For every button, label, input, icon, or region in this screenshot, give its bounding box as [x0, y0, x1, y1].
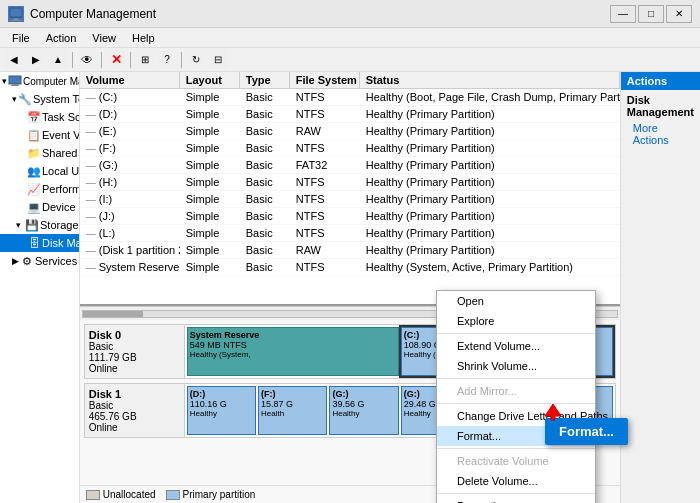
cell-type: Basic: [240, 141, 290, 155]
list-row[interactable]: — (I:) Simple Basic NTFS Healthy (Primar…: [80, 191, 620, 208]
list-area: Volume Layout Type File System Status — …: [80, 72, 620, 306]
up-button[interactable]: ▲: [48, 50, 68, 70]
cell-fs: NTFS: [290, 141, 360, 155]
minimize-button[interactable]: —: [610, 5, 636, 23]
col-status[interactable]: Status: [360, 72, 620, 88]
list-row[interactable]: — (L:) Simple Basic NTFS Healthy (Primar…: [80, 225, 620, 242]
sidebar-item-services[interactable]: ▶ ⚙ Services and Applications: [0, 252, 79, 270]
ctx-delete[interactable]: Delete Volume...: [437, 471, 595, 491]
cell-type: Basic: [240, 90, 290, 104]
menu-file[interactable]: File: [4, 30, 38, 46]
cell-layout: Simple: [180, 90, 240, 104]
back-button[interactable]: ◀: [4, 50, 24, 70]
export-button[interactable]: ⊟: [208, 50, 228, 70]
properties-button[interactable]: ⊞: [135, 50, 155, 70]
computer-icon: [7, 73, 23, 89]
close-button[interactable]: ✕: [666, 5, 692, 23]
list-row[interactable]: — (C:) Simple Basic NTFS Healthy (Boot, …: [80, 89, 620, 106]
col-fs[interactable]: File System: [290, 72, 360, 88]
cell-type: Basic: [240, 158, 290, 172]
cell-status: Healthy (Primary Partition): [360, 192, 620, 206]
cell-layout: Simple: [180, 124, 240, 138]
cell-volume: — (D:): [80, 107, 180, 121]
list-row[interactable]: — (J:) Simple Basic NTFS Healthy (Primar…: [80, 208, 620, 225]
sidebar-label-shared: Shared Folders: [42, 147, 80, 159]
list-row[interactable]: — (G:) Simple Basic FAT32 Healthy (Prima…: [80, 157, 620, 174]
disk-partition[interactable]: System Reserve549 MB NTFSHealthy (System…: [187, 327, 399, 376]
window-controls[interactable]: — □ ✕: [610, 5, 692, 23]
sidebar-label-users: Local Users and Groups: [42, 165, 80, 177]
sidebar-item-system-tools[interactable]: ▾ 🔧 System Tools: [0, 90, 79, 108]
sidebar-item-task-scheduler[interactable]: 📅 Task Scheduler: [0, 108, 79, 126]
disk-partition[interactable]: (D:)110.16 GHealthy: [187, 386, 256, 435]
users-icon: 👥: [26, 163, 42, 179]
sidebar-label-event: Event Viewer: [42, 129, 80, 141]
ctx-open[interactable]: Open: [437, 291, 595, 311]
ctx-sep-3: [437, 403, 595, 404]
ctx-explore[interactable]: Explore: [437, 311, 595, 331]
storage-expand[interactable]: ▾: [12, 220, 24, 230]
legend-unallocated: Unallocated: [86, 489, 156, 500]
cell-status: Healthy (Primary Partition): [360, 209, 620, 223]
storage-icon: 💾: [24, 217, 40, 233]
delete-button[interactable]: ✕: [106, 50, 126, 70]
disk-partition[interactable]: (G:)39.56 GHealthy: [329, 386, 398, 435]
sidebar: ▾ Computer Management (Local ▾ 🔧 System …: [0, 72, 80, 503]
cell-fs: NTFS: [290, 209, 360, 223]
col-layout[interactable]: Layout: [180, 72, 240, 88]
services-expand[interactable]: ▶: [12, 256, 19, 266]
ctx-sep-1: [437, 333, 595, 334]
sidebar-item-performance[interactable]: 📈 Performance: [0, 180, 79, 198]
help-button[interactable]: ?: [157, 50, 177, 70]
cell-status: Healthy (Primary Partition): [360, 107, 620, 121]
sidebar-item-local-users[interactable]: 👥 Local Users and Groups: [0, 162, 79, 180]
cell-volume: — (E:): [80, 124, 180, 138]
col-volume[interactable]: Volume: [80, 72, 180, 88]
legend-primary: Primary partition: [166, 489, 256, 500]
list-row[interactable]: — (F:) Simple Basic NTFS Healthy (Primar…: [80, 140, 620, 157]
ctx-sep-5: [437, 493, 595, 494]
more-actions-link[interactable]: More Actions: [621, 120, 700, 148]
menu-view[interactable]: View: [84, 30, 124, 46]
event-icon: 📋: [26, 127, 42, 143]
sidebar-item-shared-folders[interactable]: 📁 Shared Folders: [0, 144, 79, 162]
sidebar-item-device-manager[interactable]: 💻 Device Manager: [0, 198, 79, 216]
list-body: — (C:) Simple Basic NTFS Healthy (Boot, …: [80, 89, 620, 299]
sidebar-label-device: Device Manager: [42, 201, 80, 213]
shared-icon: 📁: [26, 145, 42, 161]
list-row[interactable]: — (E:) Simple Basic RAW Healthy (Primary…: [80, 123, 620, 140]
maximize-button[interactable]: □: [638, 5, 664, 23]
sidebar-item-computer-management[interactable]: ▾ Computer Management (Local: [0, 72, 79, 90]
sidebar-item-disk-management[interactable]: 🗄 Disk Management: [0, 234, 79, 252]
svg-rect-1: [10, 17, 22, 18]
list-row[interactable]: — (D:) Simple Basic NTFS Healthy (Primar…: [80, 106, 620, 123]
primary-color: [166, 490, 180, 500]
list-row[interactable]: — System Reserved (K:) Simple Basic NTFS…: [80, 259, 620, 276]
sidebar-item-storage[interactable]: ▾ 💾 Storage: [0, 216, 79, 234]
ctx-shrink[interactable]: Shrink Volume...: [437, 356, 595, 376]
svg-rect-0: [10, 8, 22, 17]
col-type[interactable]: Type: [240, 72, 290, 88]
legend-unallocated-label: Unallocated: [103, 489, 156, 500]
ctx-properties[interactable]: Properties: [437, 496, 595, 503]
menu-action[interactable]: Action: [38, 30, 85, 46]
cell-fs: RAW: [290, 124, 360, 138]
cell-type: Basic: [240, 243, 290, 257]
list-row[interactable]: — (H:) Simple Basic NTFS Healthy (Primar…: [80, 174, 620, 191]
list-row[interactable]: — (Disk 1 partition 2) Simple Basic RAW …: [80, 242, 620, 259]
toolbar-separator-2: [101, 52, 102, 68]
cell-volume: — (L:): [80, 226, 180, 240]
show-hide-button[interactable]: 👁: [77, 50, 97, 70]
task-icon: 📅: [26, 109, 42, 125]
forward-button[interactable]: ▶: [26, 50, 46, 70]
ctx-extend[interactable]: Extend Volume...: [437, 336, 595, 356]
sidebar-label-disk: Disk Management: [42, 237, 80, 249]
cell-volume: — (I:): [80, 192, 180, 206]
sidebar-label-perf: Performance: [42, 183, 80, 195]
refresh-button[interactable]: ↻: [186, 50, 206, 70]
svg-rect-5: [12, 84, 18, 85]
disk-partition[interactable]: (F:)15.87 GHealth: [258, 386, 327, 435]
sidebar-item-event-viewer[interactable]: 📋 Event Viewer: [0, 126, 79, 144]
cell-layout: Simple: [180, 243, 240, 257]
menu-help[interactable]: Help: [124, 30, 163, 46]
